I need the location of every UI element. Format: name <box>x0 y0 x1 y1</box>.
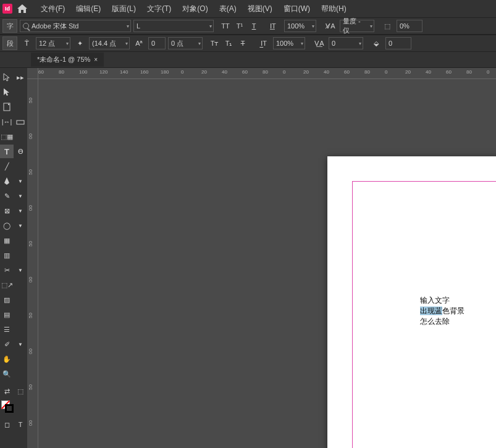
chevron-down-icon: ▾ <box>66 41 69 46</box>
smallcaps-button[interactable]: Tᴛ <box>208 37 221 49</box>
vertical-scale-value: 100% <box>276 40 301 47</box>
canvas-area[interactable]: 输入文字 出现蓝色背景 怎么去除 极光下载站 www.xz7.com <box>38 79 496 448</box>
table-tool[interactable]: ▦ <box>0 234 14 247</box>
vertical-scale-icon: I̲T <box>257 37 271 49</box>
tools-panel: ▸▸ |↔| ⬚▦ TƟ ╱ ▼ ✎▼ ⊠▼ ◯▼ ▦ ▥ ✂▼ ⬚↗ ▨ ▤ … <box>0 68 27 448</box>
apply-color-button[interactable]: ◻ <box>0 418 14 431</box>
shape-menu-icon[interactable]: ▼ <box>14 219 27 232</box>
measure-tool-icon[interactable]: ▼ <box>14 337 27 351</box>
menu-object[interactable]: 对象(O) <box>177 1 212 17</box>
leading-dropdown[interactable]: (14.4 点 ▾ <box>89 37 130 49</box>
menu-type[interactable]: 文字(T) <box>142 1 176 17</box>
rectangle-frame-tool[interactable]: ⊠ <box>0 204 14 218</box>
baseline-value: 0 <box>151 40 162 47</box>
document-tab-label: *未命名-1 @ 75% <box>37 55 90 64</box>
type-tool[interactable]: T <box>0 145 14 158</box>
scissors-tool[interactable]: ✂ <box>0 263 14 277</box>
default-fill-stroke-icon[interactable]: ⬚ <box>14 384 27 398</box>
expand-icon[interactable]: ▸▸ <box>14 70 27 84</box>
search-icon <box>23 23 29 29</box>
home-icon[interactable] <box>16 2 28 15</box>
menu-layout[interactable]: 版面(L) <box>107 1 141 17</box>
smooth-tool-icon[interactable]: ▼ <box>14 189 27 203</box>
document-tab[interactable]: *未命名-1 @ 75% × <box>31 53 104 67</box>
menu-edit[interactable]: 编辑(E) <box>71 1 106 17</box>
pen-tool[interactable] <box>0 174 14 188</box>
svg-text:I͟T: I͟T <box>270 22 276 30</box>
strikethrough-button[interactable]: T <box>236 37 250 49</box>
subscript-button[interactable]: T₁ <box>222 37 235 49</box>
tracking-dropdown[interactable]: 0 点 ▾ <box>168 37 203 49</box>
stroke-color-swatch[interactable] <box>5 404 14 413</box>
eyedropper-tool[interactable]: ✐ <box>0 337 14 351</box>
apply-text-button[interactable]: T <box>14 418 27 431</box>
chevron-down-icon: ▾ <box>209 23 212 29</box>
pencil-tool[interactable]: ✎ <box>0 189 14 203</box>
text-frame[interactable]: 输入文字 出现蓝色背景 怎么去除 <box>420 295 464 326</box>
menu-file[interactable]: 文件(F) <box>36 1 70 17</box>
document-tab-bar: *未命名-1 @ 75% × <box>0 52 496 68</box>
allcaps-button[interactable]: TT <box>219 20 232 32</box>
gradient-feather-tool[interactable]: ▤ <box>0 308 14 321</box>
track-dropdown[interactable]: 0 ▾ <box>329 37 363 49</box>
superscript-button[interactable]: T¹ <box>233 20 246 32</box>
opacity-dropdown[interactable]: 0% <box>397 20 422 32</box>
menu-view[interactable]: 视图(V) <box>243 1 277 17</box>
font-size-icon: T̂ <box>20 37 33 49</box>
page-tool[interactable] <box>0 100 14 114</box>
ruler-origin[interactable] <box>27 68 38 79</box>
scissors-menu-icon[interactable]: ▼ <box>14 263 27 277</box>
workspace: ▸▸ |↔| ⬚▦ TƟ ╱ ▼ ✎▼ ⊠▼ ◯▼ ▦ ▥ ✂▼ ⬚↗ ▨ ▤ … <box>0 68 496 448</box>
content-collector-tool[interactable] <box>14 115 27 129</box>
selection-tool[interactable] <box>0 70 14 84</box>
frame-menu-icon[interactable]: ▼ <box>14 204 27 218</box>
underline-button[interactable]: T <box>247 20 261 32</box>
horizontal-scale-icon: I͟T <box>268 20 282 32</box>
kerning-dropdown[interactable]: 量度 - 仅 ▾ <box>340 20 374 32</box>
free-transform-tool[interactable]: ⬚↗ <box>0 278 14 292</box>
menu-window[interactable]: 窗口(W) <box>279 1 315 17</box>
leading-icon: ✦ <box>73 37 86 49</box>
text-line-2b: 色背景 <box>442 306 464 315</box>
leading-value: (14.4 点 <box>92 39 124 48</box>
control-bar-paragraph: 段 T̂ 12 点 ▾ ✦ (14.4 点 ▾ Aª 0 0 点 ▾ Tᴛ T₁… <box>0 35 496 52</box>
tracking-icon: V͟A <box>313 37 326 49</box>
close-icon[interactable]: × <box>94 56 98 63</box>
chevron-down-icon: ▾ <box>125 41 128 46</box>
ellipse-tool[interactable]: ◯ <box>0 219 14 232</box>
font-style-dropdown[interactable]: L ▾ <box>133 20 214 32</box>
app-icon: Id <box>2 4 12 14</box>
place-gun-tool[interactable]: ⬚▦ <box>0 130 14 143</box>
font-family-dropdown[interactable]: Adobe 宋体 Std ▾ <box>20 20 131 32</box>
gradient-swatch-tool[interactable]: ▨ <box>0 293 14 306</box>
hand-tool[interactable]: ✋ <box>0 352 14 366</box>
horizontal-scale-dropdown[interactable]: 100% ▾ <box>284 20 316 32</box>
opacity-value: 0% <box>400 22 417 30</box>
note-tool[interactable]: ☰ <box>0 323 14 336</box>
cell-tool[interactable]: ▥ <box>0 248 14 262</box>
type-on-path-tool[interactable]: Ɵ <box>14 145 27 158</box>
line-tool[interactable]: ╱ <box>0 159 14 173</box>
add-anchor-icon[interactable]: ▼ <box>14 174 27 188</box>
horizontal-ruler[interactable]: 6080100120140160180020406080020406080020… <box>38 68 496 79</box>
menu-help[interactable]: 帮助(H) <box>316 1 351 17</box>
menu-table[interactable]: 表(A) <box>214 1 242 17</box>
text-line-2: 出现蓝色背景 <box>420 306 464 316</box>
skew-dropdown[interactable]: 0 <box>385 37 411 49</box>
font-size-value: 12 点 <box>39 39 62 48</box>
vertical-scale-dropdown[interactable]: 100% ▾ <box>273 37 305 49</box>
gap-tool[interactable]: |↔| <box>0 115 14 129</box>
swap-fill-stroke-icon[interactable]: ⇄ <box>0 384 14 398</box>
vertical-ruler[interactable]: 50005000500050005000 <box>27 79 38 448</box>
kerning-icon: V̸A <box>324 20 337 32</box>
fill-stroke-selector[interactable] <box>1 400 14 413</box>
zoom-tool[interactable]: 🔍 <box>0 367 14 381</box>
control-bar-character: 字 Adobe 宋体 Std ▾ L ▾ TT T¹ T I͟T 100% ▾ … <box>0 17 496 35</box>
document-page[interactable]: 输入文字 出现蓝色背景 怎么去除 极光下载站 www.xz7.com <box>327 156 496 448</box>
character-mode-button[interactable]: 字 <box>2 19 17 33</box>
direct-selection-tool[interactable] <box>0 85 14 99</box>
paragraph-mode-button[interactable]: 段 <box>2 36 17 50</box>
skew-icon: ⬙ <box>369 37 383 49</box>
baseline-dropdown[interactable]: 0 <box>148 37 166 49</box>
font-size-dropdown[interactable]: 12 点 ▾ <box>36 37 70 49</box>
